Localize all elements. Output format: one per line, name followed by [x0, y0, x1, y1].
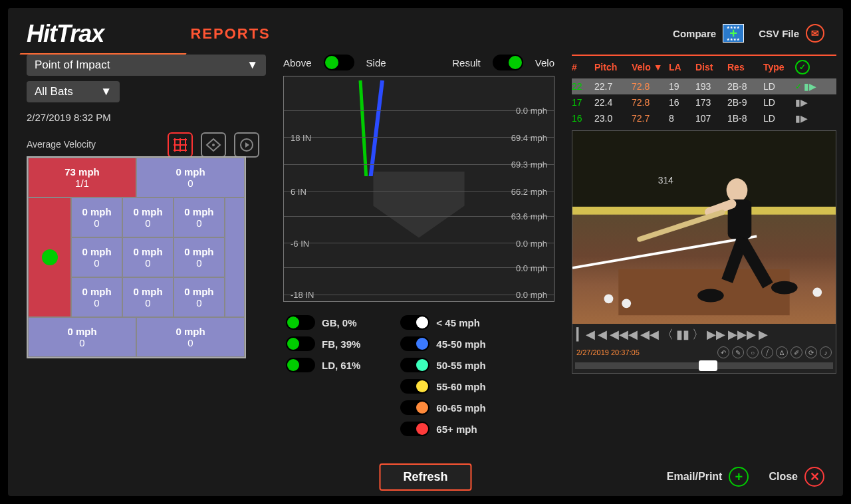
hit-type-legend-item[interactable]: FB, 39% [286, 336, 360, 351]
forward-icon[interactable]: ▶▶ [707, 327, 725, 342]
zone-bot-left[interactable]: 0 mph 0 [28, 317, 136, 357]
table-header-cell[interactable]: Pitch [594, 62, 632, 72]
zone-cell[interactable]: 0 mph0 [71, 237, 122, 277]
velo-legend-item[interactable]: < 45 mph [400, 315, 485, 330]
table-header-cell[interactable]: Dist [695, 62, 727, 72]
chevron-down-icon: ▼ [100, 85, 112, 98]
camera-icon[interactable]: ▮▶ [804, 81, 816, 92]
zone-left-strip[interactable] [28, 197, 71, 317]
zone-top-right[interactable]: 0 mph 0 [136, 158, 245, 197]
scrub-thumb[interactable] [699, 360, 717, 371]
bat-filter-value: All Bats [35, 85, 73, 98]
table-header-cell[interactable]: Res [727, 62, 763, 72]
chart-gridline: 6 IN66.2 mph [284, 191, 554, 191]
undo-icon[interactable]: ↶ [717, 346, 729, 358]
zone-cell[interactable]: 0 mph0 [71, 277, 122, 317]
legend-dot [400, 358, 429, 372]
step-fwd-icon[interactable]: 〉 [692, 326, 704, 342]
svg-point-21 [812, 288, 822, 297]
swing-table: #PitchVelo ▼LADistResType✓ 2222.772.8191… [572, 56, 836, 126]
velo-legend-item[interactable]: 65+ mph [400, 422, 485, 436]
svg-point-29 [771, 281, 798, 295]
x-circle-icon: ✕ [804, 467, 824, 487]
svg-marker-10 [373, 172, 464, 237]
camera-icon[interactable]: ▮▶ [795, 113, 808, 124]
zone-cell[interactable]: 0 mph0 [122, 197, 174, 237]
chart-gridline: 63.6 mph [284, 216, 554, 217]
table-header-cell[interactable]: Type [763, 62, 795, 72]
table-header-cell[interactable]: # [572, 62, 594, 72]
zone-cell[interactable]: 0 mph0 [122, 237, 174, 277]
svg-point-19 [604, 295, 614, 304]
velo-legend-item[interactable]: 60-65 mph [400, 400, 485, 415]
zone-grid-label: Average Velocity [27, 139, 266, 150]
zone-cell[interactable]: 0 mph0 [174, 237, 225, 277]
select-all-check[interactable]: ✓ [795, 60, 810, 74]
result-velo-toggle[interactable] [493, 55, 523, 70]
compare-icon: + [723, 24, 744, 43]
prev-icon[interactable]: ◀ [598, 327, 607, 342]
table-row[interactable]: 2222.772.8191932B-8LD✓▮▶ [572, 78, 836, 94]
session-datetime: 2/27/2019 8:32 PM [27, 112, 266, 123]
bat-filter-dropdown[interactable]: All Bats ▼ [27, 81, 120, 102]
video-frame[interactable]: Connor_Kreemer_16521-33_8_13_2015_13_31_… [572, 131, 836, 324]
toggle-result-label: Result [452, 57, 481, 68]
velo-legend-item[interactable]: 55-60 mph [400, 379, 485, 394]
email-print-button[interactable]: Email/Print + [667, 467, 749, 487]
video-tools: ↶ ✎ ○ ⧸ ∆ ✐ ⟳ ♪ [717, 346, 832, 358]
zone-cell[interactable]: 0 mph0 [71, 197, 122, 237]
pencil-icon[interactable]: ✎ [732, 346, 744, 358]
trajectory-lines [284, 76, 483, 176]
video-scrubber[interactable] [572, 360, 836, 373]
zone-bot-right[interactable]: 0 mph 0 [136, 317, 245, 357]
close-button[interactable]: Close ✕ [769, 467, 824, 487]
table-header[interactable]: #PitchVelo ▼LADistResType✓ [572, 56, 836, 78]
line-icon[interactable]: ⧸ [761, 346, 773, 358]
table-header-cell[interactable]: LA [669, 62, 695, 72]
pause-icon[interactable]: ▮▮ [676, 327, 689, 342]
mute-icon[interactable]: ♪ [820, 346, 832, 358]
zone-cell[interactable]: 0 mph0 [122, 277, 174, 317]
zone-cell[interactable]: 0 mph0 [174, 197, 225, 237]
strike-zone-grid[interactable]: 73 mph 1/1 0 mph 0 0 mph00 mph00 mph00 m… [27, 156, 246, 358]
toggle-above-label: Above [283, 57, 312, 68]
velo-legend-item[interactable]: 50-55 mph [400, 358, 485, 372]
camera-icon[interactable]: ▮▶ [795, 97, 808, 108]
legend-dot [400, 315, 429, 330]
mail-icon: ✉ [806, 24, 824, 43]
compare-label: Compare [673, 28, 716, 39]
impact-chart[interactable]: 0.0 mph18 IN69.4 mph69.3 mph6 IN66.2 mph… [283, 76, 554, 302]
close-label: Close [769, 471, 798, 483]
rewind-icon[interactable]: ◀◀ [640, 327, 659, 342]
next-icon[interactable]: ▶ [759, 327, 768, 342]
hit-type-legend-item[interactable]: LD, 61% [286, 358, 360, 372]
skip-start-icon[interactable]: ▎◀ [576, 327, 595, 342]
forward-fast-icon[interactable]: ▶▶▶ [728, 327, 756, 342]
zone-cell[interactable]: 0 mph0 [174, 277, 225, 317]
chart-gridline: 0.0 mph [284, 110, 554, 111]
legend-dot [286, 336, 315, 351]
velo-legend-item[interactable]: 45-50 mph [400, 336, 485, 351]
above-side-toggle[interactable] [324, 55, 354, 70]
table-row[interactable]: 1722.472.8161732B-9LD▮▶ [572, 94, 836, 110]
zone-right-strip[interactable] [225, 197, 245, 317]
report-type-dropdown[interactable]: Point of Impact ▼ [27, 55, 266, 76]
angle-icon[interactable]: ∆ [776, 346, 788, 358]
chart-gridline: -6 IN0.0 mph [284, 243, 554, 243]
svg-line-11 [360, 80, 367, 176]
hit-type-legend-item[interactable]: GB, 0% [286, 315, 360, 330]
email-print-label: Email/Print [667, 471, 723, 483]
marker-icon[interactable]: ✐ [790, 346, 802, 358]
compare-button[interactable]: Compare + [673, 24, 744, 43]
circle-icon[interactable]: ○ [747, 346, 759, 358]
table-header-cell[interactable]: Velo ▼ [632, 62, 669, 72]
step-back-icon[interactable]: 〈 [662, 326, 673, 342]
table-row[interactable]: 1623.072.781071B-8LD▮▶ [572, 110, 836, 126]
refresh-icon[interactable]: ⟳ [805, 346, 817, 358]
csv-file-button[interactable]: CSV File ✉ [759, 24, 824, 43]
csv-file-label: CSV File [759, 28, 799, 39]
refresh-button[interactable]: Refresh [379, 463, 471, 491]
zone-top-left[interactable]: 73 mph 1/1 [28, 158, 136, 197]
rewind-fast-icon[interactable]: ◀◀◀ [610, 327, 638, 342]
report-type-value: Point of Impact [35, 59, 110, 72]
